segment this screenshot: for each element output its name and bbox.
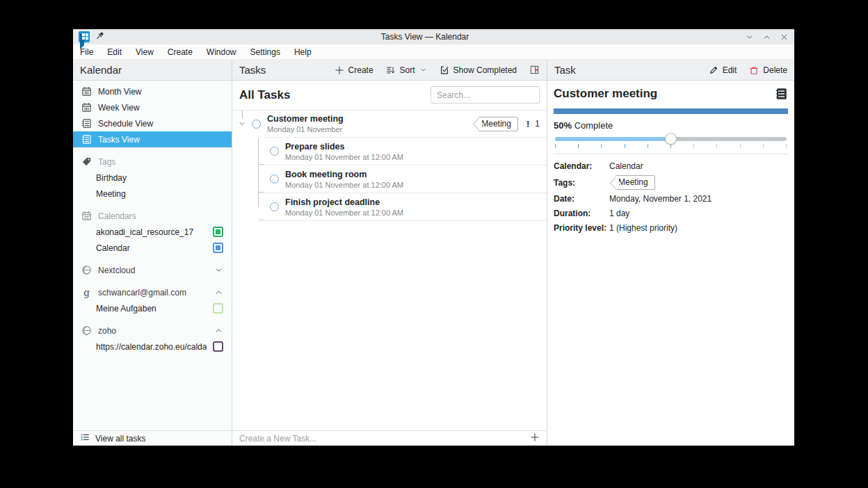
task-complete-circle[interactable] (270, 202, 279, 211)
notes-journal-icon[interactable] (774, 87, 788, 104)
task-list: Customer meeting Monday 01 November Meet… (232, 111, 547, 430)
expander-chevron-down-icon[interactable] (232, 120, 252, 128)
show-completed-button[interactable]: Show Completed (440, 65, 517, 75)
tasks-panel-header: Tasks Create Sort Show (232, 60, 547, 81)
sidebar-tag-meeting[interactable]: Meeting (73, 186, 232, 202)
sidebar-item-tasks-view[interactable]: Tasks View (73, 131, 232, 147)
add-task-plus-icon[interactable] (530, 432, 540, 445)
sidebar-item-label: Schedule View (98, 119, 153, 129)
schedule-list-icon (81, 118, 92, 129)
task-complete-circle[interactable] (270, 174, 279, 184)
task-row-customer-meeting[interactable]: Customer meeting Monday 01 November Meet… (232, 111, 547, 137)
detail-tag-chip[interactable]: Meeting (615, 175, 655, 190)
tasks-panel-title: Tasks (239, 64, 266, 76)
sidebar-calendar-calendar[interactable]: Calendar (73, 240, 232, 256)
sidebar-tag-birthday[interactable]: Birthday (73, 170, 232, 186)
sidebar-account-zoho[interactable]: zoho (73, 323, 232, 339)
menu-settings[interactable]: Settings (250, 47, 280, 57)
task-detail-panel: Task Edit Delete Customer (547, 60, 794, 446)
slider-handle[interactable] (665, 133, 677, 145)
completion-slider[interactable] (554, 133, 788, 146)
tasks-panel: Tasks Create Sort Show (232, 60, 547, 446)
create-button[interactable]: Create (335, 65, 373, 75)
sidebar-calendar-meine-aufgaben[interactable]: Meine Aufgaben (73, 300, 232, 316)
calendar-checkbox-checked[interactable] (213, 243, 223, 253)
edit-button[interactable]: Edit (709, 65, 737, 75)
task-title: Finish project deadline (285, 197, 403, 207)
tasks-heading-row: All Tasks (232, 81, 547, 111)
task-row-finish-project-deadline[interactable]: Finish project deadline Monday 01 Novemb… (232, 193, 547, 220)
task-complete-circle[interactable] (270, 147, 279, 156)
task-row-book-meeting-room[interactable]: Book meeting room Monday 01 November at … (232, 165, 547, 193)
sidebar-item-month-view[interactable]: Month View (73, 83, 232, 99)
all-tasks-heading: All Tasks (239, 88, 290, 102)
week-calendar-icon (81, 102, 92, 113)
view-all-tasks-icon (80, 432, 90, 444)
minimize-button[interactable] (745, 33, 754, 42)
sidebar-calendar-akonadi[interactable]: akonadi_ical_resource_17 (73, 224, 232, 240)
calendars-icon (81, 211, 92, 221)
priority-exclamation-icon: ! (527, 119, 529, 129)
search-input[interactable] (431, 86, 540, 104)
task-date: Monday 01 November at 12:00 AM (285, 181, 403, 189)
menu-help[interactable]: Help (294, 47, 312, 57)
task-complete-circle[interactable] (252, 120, 261, 129)
kalendar-window: Tasks View — Kalendar File Edit View Cre… (73, 29, 794, 446)
sort-button[interactable]: Sort (386, 65, 427, 75)
detail-panel-header: Task Edit Delete (547, 60, 794, 81)
sidebar-account-nextcloud[interactable]: Nextcloud (73, 262, 232, 278)
desktop-background: Tasks View — Kalendar File Edit View Cre… (0, 0, 868, 488)
delete-button[interactable]: Delete (749, 65, 787, 75)
percent-complete-label: 50% Complete (554, 120, 788, 131)
chevron-up-icon[interactable] (214, 326, 223, 335)
calendar-label: https://calendar.zoho.eu/caldav/b... (96, 342, 207, 352)
collapse-panel-icon[interactable] (529, 65, 540, 75)
task-row-prepare-slides[interactable]: Prepare slides Monday 01 November at 12:… (232, 138, 547, 165)
menubar: File Edit View Create Window Settings He… (73, 44, 794, 60)
chevron-down-icon[interactable] (214, 266, 223, 275)
create-label: Create (348, 65, 373, 75)
separator (264, 220, 547, 221)
account-label: schwancarl@gmail.com (98, 288, 186, 298)
task-priority: ! 1 (527, 119, 540, 129)
tag-icon (81, 156, 92, 167)
close-icon[interactable] (780, 33, 789, 42)
menu-window[interactable]: Window (207, 47, 236, 57)
view-all-tasks-button[interactable]: View all tasks (73, 430, 232, 446)
task-date: Monday 01 November (267, 125, 344, 133)
titlebar[interactable]: Tasks View — Kalendar (73, 29, 794, 44)
tag-label: Meeting (96, 189, 126, 199)
menu-edit[interactable]: Edit (107, 47, 122, 57)
pin-icon[interactable] (95, 31, 105, 43)
chevron-up-icon[interactable] (214, 288, 223, 297)
menu-view[interactable]: View (136, 47, 154, 57)
calendar-checkbox-unchecked[interactable] (213, 341, 223, 352)
account-label: Nextcloud (98, 266, 135, 275)
calendar-checkbox-checked[interactable] (213, 227, 223, 237)
section-label: Calendars (98, 211, 136, 221)
sidebar-item-label: Month View (98, 87, 141, 97)
tag-label: Birthday (96, 173, 127, 183)
task-title: Customer meeting (267, 114, 344, 124)
subtask-group: Prepare slides Monday 01 November at 12:… (232, 138, 547, 221)
sidebar: Kalendar Month View Week View Schedule V… (73, 60, 232, 446)
kalendar-app-icon[interactable] (79, 31, 90, 42)
new-task-input[interactable] (239, 434, 530, 444)
calendar-checkbox-unchecked[interactable] (213, 303, 223, 314)
menu-create[interactable]: Create (168, 47, 193, 57)
calendar-label: akonadi_ical_resource_17 (96, 227, 193, 237)
sidebar-item-week-view[interactable]: Week View (73, 99, 232, 115)
maximize-button[interactable] (762, 33, 771, 42)
calendar-label: Meine Aufgaben (96, 304, 156, 314)
new-task-bar (232, 430, 547, 446)
task-date: Monday 01 November at 12:00 AM (285, 153, 403, 161)
sidebar-account-google[interactable]: g schwancarl@gmail.com (73, 284, 232, 300)
task-tag-chip[interactable]: Meeting (478, 117, 518, 131)
sidebar-item-schedule-view[interactable]: Schedule View (73, 115, 232, 131)
section-label: Tags (98, 157, 115, 167)
view-all-tasks-label: View all tasks (95, 434, 145, 444)
show-completed-label: Show Completed (453, 65, 517, 75)
sidebar-calendar-zoho-url[interactable]: https://calendar.zoho.eu/caldav/b... (73, 339, 232, 355)
chevron-down-icon (419, 66, 427, 74)
google-icon: g (81, 287, 92, 298)
